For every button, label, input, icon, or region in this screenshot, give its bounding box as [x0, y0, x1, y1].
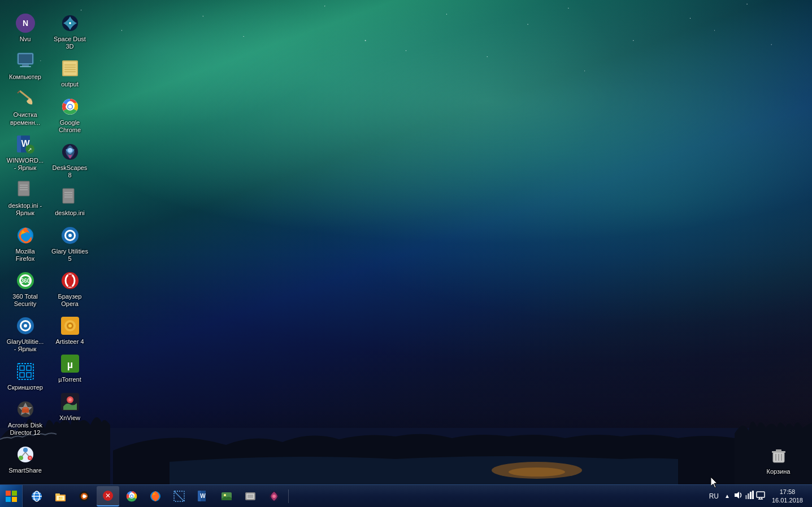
svg-point-42 — [29, 457, 31, 459]
svg-rect-87 — [6, 491, 11, 496]
svg-rect-97 — [55, 493, 60, 496]
icon-xnview[interactable]: XnView — [49, 388, 91, 424]
svg-rect-16 — [18, 181, 29, 196]
icon-deskscapes[interactable]: DeskScapes 8 — [49, 138, 91, 181]
svg-rect-7 — [22, 64, 29, 66]
notification-expand[interactable]: ▲ — [723, 492, 731, 500]
start-button[interactable] — [0, 485, 23, 508]
icon-desktop-ini2[interactable]: desktop.ini — [49, 183, 91, 219]
taskbar-language[interactable]: RU — [707, 491, 721, 501]
taskbar-word[interactable]: W — [192, 486, 214, 506]
icon-360security[interactable]: 360 360 Total Security — [4, 267, 46, 310]
icon-spacedust-label: Space Dust 3D — [51, 36, 89, 50]
svg-point-67 — [68, 234, 72, 237]
taskbar-clock[interactable]: 17:58 16.01.2018 — [767, 487, 807, 505]
svg-rect-122 — [745, 495, 747, 499]
icon-acronis[interactable]: Acronis Disk Director 12 — [4, 396, 46, 439]
icon-glary5-label: Glary Utilities 5 — [51, 248, 89, 263]
svg-rect-119 — [247, 495, 253, 498]
icon-output-label: output — [61, 81, 79, 88]
taskbar-ie[interactable] — [25, 486, 48, 506]
taskbar-chrome[interactable] — [120, 486, 143, 506]
svg-point-56 — [68, 104, 72, 108]
icon-chrome[interactable]: Google Chrome — [49, 93, 91, 136]
svg-rect-32 — [27, 366, 31, 370]
icon-glary-util[interactable]: GlaryUtilitie... - Ярлык — [4, 312, 46, 355]
svg-line-111 — [174, 491, 184, 501]
icon-360security-label: 360 Total Security — [6, 293, 44, 308]
icon-utorrent[interactable]: µ µTorrent — [49, 350, 91, 386]
taskbar-antivirus[interactable]: ✕ — [97, 486, 119, 506]
icon-nvu-label: Nvu — [20, 36, 31, 43]
svg-rect-90 — [12, 497, 17, 502]
svg-line-10 — [18, 91, 20, 93]
svg-rect-125 — [752, 491, 754, 499]
icon-firefox[interactable]: Mozilla Firefox — [4, 222, 46, 265]
icon-computer[interactable]: Компьютер — [4, 47, 46, 83]
icon-screenshot[interactable]: Скриншотер — [4, 358, 46, 394]
svg-text:W: W — [200, 493, 206, 499]
icon-winword[interactable]: W ↗ WINWORD... - Ярлык — [4, 131, 46, 174]
icon-output[interactable]: output — [49, 55, 91, 90]
icon-clean-label: Очистка временн... — [6, 111, 44, 126]
network-tray-icon[interactable] — [745, 491, 754, 501]
svg-rect-83 — [776, 449, 781, 452]
icon-firefox-label: Mozilla Firefox — [6, 248, 44, 263]
svg-rect-126 — [757, 492, 765, 497]
svg-text:↗: ↗ — [28, 147, 32, 152]
icon-glary5[interactable]: Glary Utilities 5 — [49, 222, 91, 265]
svg-rect-33 — [20, 373, 24, 377]
taskbar-firefox[interactable] — [144, 486, 167, 506]
svg-point-108 — [131, 495, 133, 497]
taskbar-apps: 📁 ✕ — [23, 485, 702, 507]
icon-deskscapes-label: DeskScapes 8 — [51, 164, 89, 179]
icon-utorrent-label: µTorrent — [58, 376, 81, 383]
svg-rect-59 — [63, 189, 74, 203]
svg-point-47 — [69, 22, 71, 24]
taskbar-snipping[interactable] — [168, 486, 190, 506]
taskbar-image-viewer[interactable] — [215, 486, 238, 506]
landscape-silhouette — [0, 371, 812, 484]
svg-point-80 — [68, 398, 72, 401]
taskbar-right: RU ▲ — [702, 485, 812, 507]
taskbar-explorer[interactable]: 📁 — [49, 486, 72, 506]
icon-nvu[interactable]: N Nvu — [4, 10, 46, 45]
svg-point-29 — [24, 324, 27, 327]
icon-clean[interactable]: Очистка временн... — [4, 85, 46, 128]
icon-desktop-ini1[interactable]: desktop.ini - Ярлык — [4, 176, 46, 219]
icon-chrome-label: Google Chrome — [51, 119, 89, 134]
desktop: N Nvu Компьютер — [0, 0, 812, 507]
recycle-bin[interactable]: Корзина — [757, 442, 800, 478]
icon-computer-label: Компьютер — [9, 73, 41, 81]
svg-rect-31 — [20, 366, 24, 370]
svg-rect-8 — [20, 66, 31, 67]
taskbar-deskscapes[interactable] — [263, 486, 285, 506]
svg-text:N: N — [22, 19, 28, 28]
desktop-icons-container: N Nvu Компьютер — [0, 6, 95, 480]
taskbar: 📁 ✕ — [0, 484, 812, 507]
svg-rect-0 — [0, 428, 812, 484]
icon-xnview-label: XnView — [59, 414, 80, 422]
icon-artisteer[interactable]: Artisteer 4 — [49, 312, 91, 348]
svg-point-1 — [492, 462, 582, 479]
clock-time: 17:58 — [780, 488, 796, 496]
svg-text:360: 360 — [20, 278, 30, 284]
icon-smartshare[interactable]: SmartShare — [4, 441, 46, 477]
taskbar-media[interactable] — [73, 486, 95, 506]
svg-text:✕: ✕ — [105, 492, 111, 500]
svg-rect-37 — [23, 407, 28, 409]
svg-point-121 — [272, 495, 276, 498]
icon-acronis-label: Acronis Disk Director 12 — [6, 422, 44, 436]
svg-rect-89 — [6, 497, 11, 502]
svg-point-2 — [509, 467, 565, 477]
icon-opera[interactable]: Браузер Opera — [49, 267, 91, 310]
svg-rect-124 — [750, 492, 752, 499]
display-tray-icon[interactable] — [756, 491, 765, 501]
svg-rect-88 — [12, 491, 17, 496]
volume-icon[interactable] — [733, 491, 742, 501]
svg-text:µ: µ — [67, 359, 72, 370]
icon-spacedust[interactable]: Space Dust 3D — [49, 10, 91, 53]
icon-artisteer-label: Artisteer 4 — [55, 338, 84, 346]
taskbar-network[interactable] — [239, 486, 262, 506]
icon-desktop-ini1-label: desktop.ini - Ярлык — [6, 202, 44, 217]
